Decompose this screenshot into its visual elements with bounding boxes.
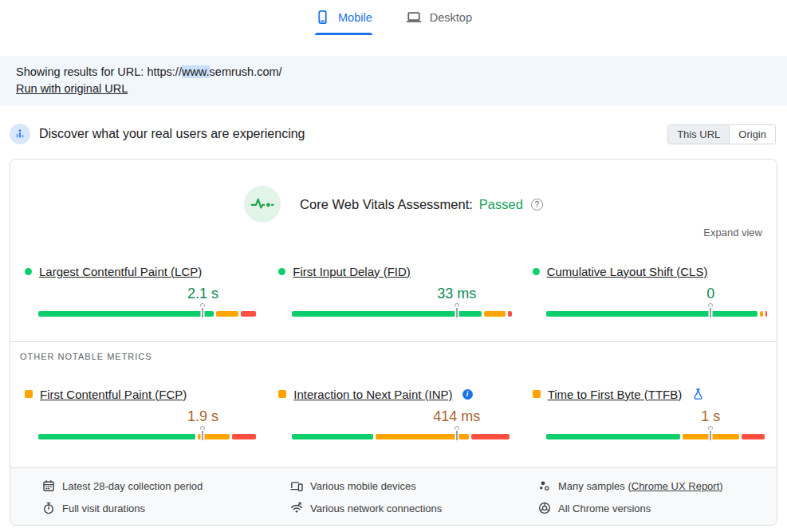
- smartphone-icon: [315, 10, 330, 25]
- calendar-icon: [42, 479, 55, 492]
- laptop-icon: [406, 10, 422, 25]
- bar-segment-ni: [760, 311, 763, 317]
- section-divider: [10, 341, 777, 342]
- bar-segment-good: [546, 311, 757, 317]
- samples-item: Many samples (Chrome UX Report): [538, 475, 765, 497]
- samples-icon: [538, 479, 551, 492]
- chrome-ux-report-link[interactable]: Chrome UX Report: [632, 480, 720, 492]
- metric-value-fcp: 1.9 s: [187, 408, 218, 425]
- scope-toggle: This URL Origin: [667, 124, 776, 144]
- help-icon[interactable]: ?: [531, 199, 543, 211]
- good-status-dot: [25, 268, 32, 275]
- distribution-bar-fid: [292, 311, 511, 317]
- bar-segment-good: [546, 434, 680, 439]
- metric-ttfb: Time to First Byte (TTFB) 1 s: [533, 387, 765, 439]
- bar-segment-poor: [232, 434, 256, 439]
- metric-lcp: Largest Contentful Paint (LCP) 2.1 s: [25, 264, 258, 317]
- bar-segment-poor: [742, 434, 765, 439]
- good-status-dot: [533, 268, 540, 275]
- bar-segment-poor: [471, 434, 510, 439]
- chrome-versions-item: All Chrome versions: [538, 497, 765, 519]
- tab-desktop[interactable]: Desktop: [406, 10, 472, 35]
- metric-link-inp[interactable]: Interaction to Next Paint (INP): [293, 388, 452, 401]
- metric-value-inp: 414 ms: [433, 408, 480, 425]
- bar-segment-good: [38, 311, 214, 317]
- collection-period-item: Latest 28-day collection period: [42, 475, 270, 497]
- bar-segment-ni: [376, 434, 469, 439]
- metric-fid: First Input Delay (FID) 33 ms: [278, 264, 511, 317]
- field-section-title: Discover what your real users are experi…: [39, 127, 305, 141]
- url-text-highlight: www.: [182, 65, 210, 78]
- core-metrics-row: Largest Contentful Paint (LCP) 2.1 s Fir…: [10, 264, 777, 317]
- field-data-card: Core Web Vitals Assessment: Passed ? Exp…: [10, 159, 777, 526]
- scope-this-url-button[interactable]: This URL: [668, 125, 730, 144]
- devices-item: Various mobile devices: [290, 475, 517, 497]
- distribution-bar-fcp: [38, 434, 258, 439]
- bar-segment-poor: [508, 311, 513, 317]
- device-tab-bar: Mobile Desktop: [0, 0, 787, 35]
- network-icon: [290, 502, 303, 514]
- user-insights-icon: [10, 124, 30, 144]
- metric-value-ttfb: 1 s: [701, 408, 720, 425]
- metric-value-lcp: 2.1 s: [187, 286, 218, 302]
- metric-link-fcp[interactable]: First Contentful Paint (FCP): [40, 388, 187, 401]
- metric-link-cls[interactable]: Cumulative Layout Shift (CLS): [547, 265, 708, 278]
- other-metrics-row: First Contentful Paint (FCP) 1.9 s Inter…: [10, 387, 777, 439]
- collection-info-footer: Latest 28-day collection period Full vis…: [10, 467, 777, 525]
- bar-segment-good: [292, 434, 373, 439]
- expand-view-link[interactable]: Expand view: [703, 227, 762, 238]
- url-banner: Showing results for URL: https://www.sem…: [0, 56, 787, 106]
- url-text-suffix: semrush.com/: [210, 65, 282, 78]
- cwv-assessment-label: Core Web Vitals Assessment:: [300, 197, 473, 212]
- connections-item: Various network connections: [290, 497, 517, 519]
- metric-value-cls: 0: [706, 286, 714, 302]
- tab-mobile[interactable]: Mobile: [315, 10, 372, 35]
- metric-link-fid[interactable]: First Input Delay (FID): [293, 265, 411, 278]
- devices-icon: [290, 479, 303, 492]
- distribution-bar-lcp: [38, 311, 258, 317]
- metric-link-ttfb[interactable]: Time to First Byte (TTFB): [548, 388, 683, 401]
- bar-segment-ni: [484, 311, 505, 317]
- ni-status-square: [278, 390, 286, 398]
- run-original-url-link[interactable]: Run with original URL: [16, 82, 128, 95]
- tab-mobile-label: Mobile: [338, 11, 372, 24]
- tab-desktop-label: Desktop: [430, 11, 472, 24]
- expand-row: Expand view: [10, 227, 777, 238]
- cwv-assessment-header: Core Web Vitals Assessment: Passed ?: [10, 186, 777, 223]
- pulse-icon: [244, 186, 281, 223]
- ni-status-square: [533, 390, 541, 398]
- bar-segment-ni: [216, 311, 238, 317]
- ni-status-square: [25, 390, 33, 398]
- stopwatch-icon: [42, 502, 55, 514]
- good-status-dot: [278, 268, 285, 275]
- distribution-bar-cls: [546, 311, 765, 317]
- metric-link-lcp[interactable]: Largest Contentful Paint (LCP): [39, 265, 202, 278]
- bar-segment-poor: [241, 311, 256, 317]
- bar-segment-good: [292, 311, 482, 317]
- cwv-assessment-text: Core Web Vitals Assessment: Passed ?: [300, 197, 543, 212]
- metric-cls: Cumulative Layout Shift (CLS) 0: [533, 264, 765, 317]
- cwv-assessment-result: Passed: [479, 197, 523, 212]
- field-data-header: Discover what your real users are experi…: [10, 123, 776, 145]
- url-text-prefix: Showing results for URL: https://: [16, 65, 182, 78]
- distribution-bar-inp: [292, 434, 511, 439]
- url-banner-text: Showing results for URL: https://www.sem…: [16, 64, 771, 81]
- distribution-bar-ttfb: [546, 434, 765, 439]
- visit-durations-item: Full visit durations: [42, 497, 270, 519]
- chrome-icon: [538, 502, 551, 514]
- bar-segment-good: [38, 434, 195, 439]
- experiment-flask-icon[interactable]: [692, 388, 704, 400]
- bar-segment-poor: [765, 311, 767, 317]
- metric-inp: Interaction to Next Paint (INP) i 414 ms: [278, 387, 511, 439]
- scope-origin-button[interactable]: Origin: [730, 125, 775, 144]
- metric-value-fid: 33 ms: [437, 286, 476, 302]
- info-icon[interactable]: i: [462, 389, 473, 400]
- metric-fcp: First Contentful Paint (FCP) 1.9 s: [25, 387, 258, 439]
- other-metrics-label: OTHER NOTABLE METRICS: [20, 352, 777, 361]
